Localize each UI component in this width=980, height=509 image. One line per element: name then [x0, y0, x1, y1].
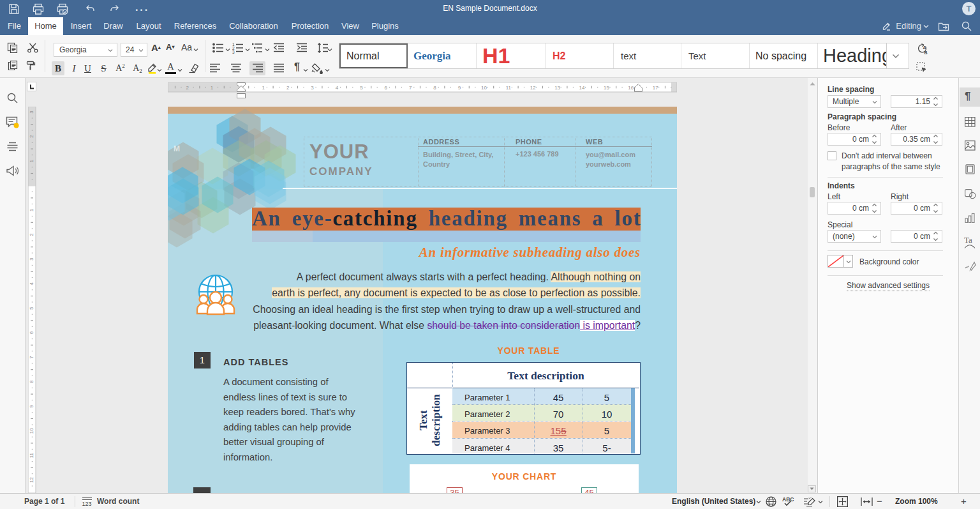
svg-text:17: 17: [653, 85, 658, 91]
svg-text:15: 15: [604, 85, 609, 91]
svg-text:1: 1: [262, 85, 265, 91]
svg-text:3: 3: [311, 85, 314, 91]
svg-text:10: 10: [29, 428, 34, 434]
svg-text:16: 16: [628, 85, 634, 91]
svg-text:9: 9: [458, 85, 461, 91]
svg-text:10: 10: [481, 85, 487, 91]
svg-text:6: 6: [29, 331, 34, 334]
svg-text:3: 3: [29, 257, 34, 261]
svg-text:12: 12: [530, 85, 536, 91]
svg-text:2: 2: [186, 85, 189, 91]
svg-text:A: A: [923, 45, 926, 50]
svg-text:12: 12: [29, 477, 34, 483]
svg-text:9: 9: [29, 405, 34, 408]
svg-text:6: 6: [385, 85, 388, 91]
svg-text:123: 123: [82, 501, 92, 506]
svg-text:3: 3: [29, 110, 34, 114]
svg-text:8: 8: [433, 85, 436, 91]
svg-text:7: 7: [409, 85, 412, 91]
svg-text:2: 2: [29, 233, 34, 236]
svg-text:7: 7: [29, 356, 34, 359]
svg-text:1: 1: [211, 85, 214, 91]
svg-text:4: 4: [336, 85, 339, 91]
svg-text:5: 5: [360, 85, 363, 91]
svg-text:11: 11: [506, 85, 512, 91]
svg-text:8: 8: [29, 380, 34, 383]
svg-text:ABC: ABC: [782, 496, 794, 503]
svg-text:14: 14: [579, 85, 585, 91]
svg-text:13: 13: [554, 85, 560, 91]
svg-text:2: 2: [286, 85, 290, 91]
svg-text:11: 11: [29, 452, 34, 458]
svg-text:4: 4: [29, 282, 34, 285]
svg-text:2: 2: [29, 135, 34, 138]
svg-text:1: 1: [29, 160, 34, 163]
svg-text:5: 5: [29, 307, 34, 310]
svg-text:B: B: [924, 50, 928, 55]
svg-text:3: 3: [232, 50, 235, 54]
svg-text:1: 1: [29, 208, 34, 211]
